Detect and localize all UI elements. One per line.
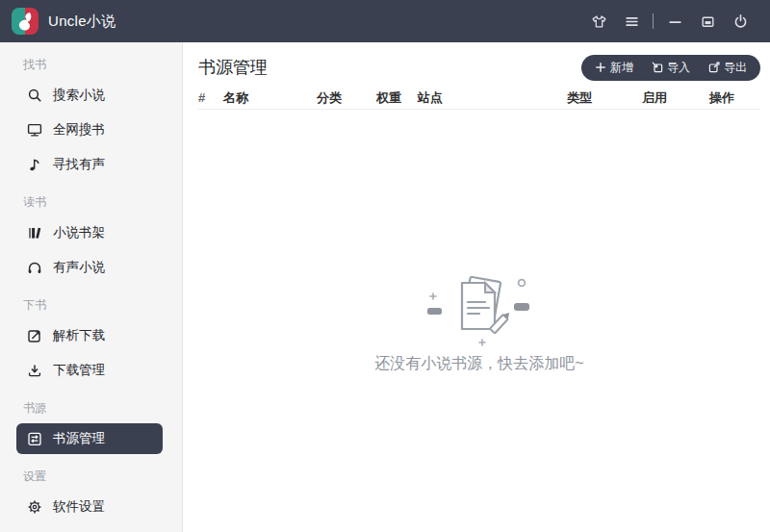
sidebar-section-source: 书源 xyxy=(0,388,182,421)
sidebar-item-label: 寻找有声 xyxy=(53,156,105,173)
sidebar-item-book-source[interactable]: 书源管理 xyxy=(16,423,163,454)
music-note-icon xyxy=(27,157,42,172)
sidebar: 找书 搜索小说 全网搜书 寻找有声 读书 小说书架 xyxy=(0,42,183,532)
sidebar-item-label: 解析下载 xyxy=(53,327,105,344)
page-title: 书源管理 xyxy=(198,56,268,79)
book-source-icon xyxy=(27,431,42,446)
sidebar-item-web-search[interactable]: 全网搜书 xyxy=(0,113,182,147)
import-icon xyxy=(652,62,663,73)
add-source-label: 新增 xyxy=(610,60,633,76)
sidebar-item-label: 全网搜书 xyxy=(53,121,105,139)
sidebar-item-label: 软件设置 xyxy=(53,498,105,516)
bookshelf-icon xyxy=(27,225,42,241)
titlebar-controls xyxy=(582,7,757,36)
sidebar-item-label: 有声小说 xyxy=(53,259,105,276)
empty-state: 还没有小说书源，快去添加吧~ xyxy=(198,273,760,374)
sidebar-item-bookshelf[interactable]: 小说书架 xyxy=(0,215,182,250)
sidebar-item-search-novel[interactable]: 搜索小说 xyxy=(0,78,182,113)
main-content: 书源管理 新增 导入 导出 xyxy=(183,42,770,532)
sidebar-section-read: 读书 xyxy=(0,182,182,215)
column-header-index: # xyxy=(198,90,223,105)
column-header-site: 站点 xyxy=(418,89,567,107)
actions-toolbar: 新增 导入 导出 xyxy=(581,55,760,81)
plus-icon xyxy=(595,62,606,73)
column-header-name: 名称 xyxy=(223,89,317,107)
gear-icon xyxy=(27,499,42,515)
titlebar-divider xyxy=(653,13,654,29)
empty-document-icon xyxy=(422,273,537,350)
source-table-header: # 名称 分类 权重 站点 类型 启用 操作 xyxy=(198,87,760,110)
minimize-icon[interactable] xyxy=(658,7,691,36)
monitor-icon xyxy=(27,122,42,138)
sidebar-item-label: 书源管理 xyxy=(53,430,105,447)
column-header-actions: 操作 xyxy=(709,89,760,107)
parse-icon xyxy=(27,328,42,343)
export-source-button[interactable]: 导出 xyxy=(708,60,747,76)
export-icon xyxy=(708,62,720,73)
import-source-button[interactable]: 导入 xyxy=(652,60,690,76)
sidebar-section-settings: 设置 xyxy=(0,456,182,490)
download-icon xyxy=(27,363,42,378)
power-icon[interactable] xyxy=(724,7,757,36)
sidebar-item-parse-download[interactable]: 解析下载 xyxy=(0,318,182,353)
sidebar-item-settings[interactable]: 软件设置 xyxy=(0,490,182,524)
export-source-label: 导出 xyxy=(724,60,747,76)
titlebar: Uncle小说 xyxy=(0,0,770,42)
sidebar-item-label: 下载管理 xyxy=(53,362,105,379)
sidebar-section-download: 下书 xyxy=(0,285,182,318)
hamburger-icon[interactable] xyxy=(615,7,648,36)
sidebar-item-find-audio[interactable]: 寻找有声 xyxy=(0,147,182,182)
sidebar-item-audio-novel[interactable]: 有声小说 xyxy=(0,250,182,285)
tshirt-icon[interactable] xyxy=(582,7,615,36)
search-icon xyxy=(27,88,42,103)
sidebar-section-find: 找书 xyxy=(0,44,182,78)
column-header-type: 类型 xyxy=(567,89,642,107)
add-source-button[interactable]: 新增 xyxy=(595,60,633,76)
import-source-label: 导入 xyxy=(667,60,690,76)
column-header-enabled: 启用 xyxy=(642,89,709,107)
column-header-weight: 权重 xyxy=(376,89,418,107)
app-logo xyxy=(12,8,38,35)
swan-icon xyxy=(12,8,38,35)
sidebar-item-download-manager[interactable]: 下载管理 xyxy=(0,353,182,388)
maximize-icon[interactable] xyxy=(691,7,724,36)
column-header-category: 分类 xyxy=(317,89,376,107)
sidebar-item-label: 小说书架 xyxy=(53,224,105,241)
sidebar-item-label: 搜索小说 xyxy=(53,87,105,104)
headphones-icon xyxy=(27,260,42,275)
empty-state-message: 还没有小说书源，快去添加吧~ xyxy=(198,354,760,374)
app-title: Uncle小说 xyxy=(48,13,116,31)
